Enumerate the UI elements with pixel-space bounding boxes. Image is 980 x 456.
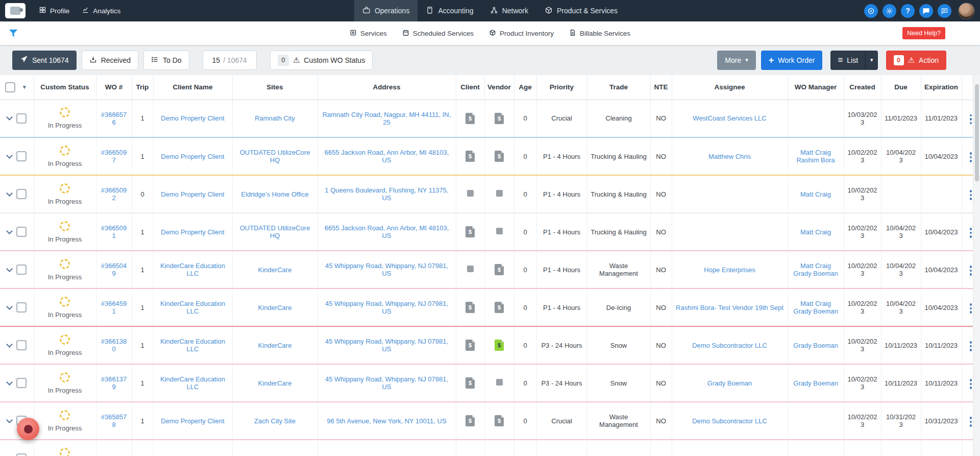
profile-nav-link[interactable]: Profile — [33, 0, 76, 21]
more-dropdown-button[interactable]: More ▾ — [717, 51, 755, 70]
vendor-invoice-icon[interactable]: $ — [495, 302, 504, 313]
address-link[interactable]: 6655 Jackson Road, Ann Arbor, MI 48103, … — [325, 224, 449, 239]
wo-number-link[interactable]: #3661380 — [101, 338, 127, 353]
wo-number-link[interactable]: #3664591 — [101, 300, 127, 315]
address-link[interactable]: Ramnath City Road, Nagpur, MH 44111, IN,… — [323, 111, 451, 126]
row-checkbox[interactable] — [16, 265, 27, 275]
user-avatar[interactable] — [958, 3, 975, 19]
client-name-link[interactable]: Demo Property Client — [161, 417, 224, 425]
add-work-order-button[interactable]: + Work Order — [761, 51, 823, 70]
settings-gear-icon[interactable] — [883, 4, 896, 18]
site-link[interactable]: Eldridge's Home Office — [241, 190, 308, 198]
select-all-caret-icon[interactable]: ▾ — [23, 84, 26, 90]
vendor-invoice-icon[interactable]: $ — [495, 415, 504, 426]
list-view-caret-button[interactable]: ▾ — [865, 51, 878, 70]
address-link[interactable]: 45 Whippany Road, Whippany, NJ 07981, US — [325, 338, 448, 353]
site-link[interactable]: OUTDATED UtilizeCore HQ — [240, 224, 310, 239]
wo-manager-link[interactable]: Matt Craig — [791, 300, 841, 307]
site-link[interactable]: KinderCare — [258, 304, 292, 311]
subnav-product-inventory[interactable]: Product Inventory — [489, 29, 554, 38]
address-link[interactable]: 6655 Jackson Road, Ann Arbor, MI 48103, … — [325, 149, 449, 164]
assignee-link[interactable]: WestCoast Services LLC — [693, 114, 766, 122]
wo-number-link[interactable]: #3665049 — [101, 262, 127, 277]
vendor-invoice-icon[interactable]: $ — [495, 113, 504, 124]
tab-network[interactable]: Network — [482, 0, 536, 21]
need-help-button[interactable]: Need Help? — [902, 27, 945, 39]
scrollbar-thumb[interactable] — [975, 84, 979, 181]
row-expand-chevron-icon[interactable] — [6, 228, 13, 234]
wo-number-link[interactable]: #3665097 — [101, 149, 127, 164]
row-expand-chevron-icon[interactable] — [6, 417, 13, 423]
select-all-checkbox[interactable] — [5, 82, 15, 92]
subnav-services[interactable]: Services — [350, 29, 387, 38]
client-invoice-icon[interactable]: $ — [465, 302, 475, 313]
address-link[interactable]: 1 Queens Boulevard, Flushing, NY 11375, … — [325, 186, 448, 202]
row-checkbox[interactable] — [16, 113, 27, 124]
client-name-link[interactable]: Demo Property Client — [161, 153, 224, 160]
wo-manager-link[interactable]: Matt Craig — [791, 262, 841, 270]
assignee-link[interactable]: Matthew Chris — [708, 153, 751, 160]
client-name-link[interactable]: Demo Property Client — [161, 228, 224, 236]
row-expand-chevron-icon[interactable] — [6, 266, 13, 272]
assignee-link[interactable]: Rashmi Bora- Test Vendor 19th Sept — [676, 304, 783, 311]
action-button[interactable]: 0 ⚠ Action — [886, 51, 946, 70]
tab-operations[interactable]: Operations — [354, 0, 418, 21]
assignee-link[interactable]: Grady Boeman — [707, 379, 752, 387]
address-link[interactable]: 45 Whippany Road, Whippany, NJ 07981, US — [325, 300, 448, 315]
vendor-invoice-icon[interactable]: $ — [495, 151, 504, 162]
assignee-link[interactable]: Hope Enterprises — [704, 266, 755, 274]
todo-filter-button[interactable]: To Do — [143, 51, 189, 70]
wo-manager-link[interactable]: Matt Craig — [791, 149, 841, 156]
client-invoice-icon[interactable]: $ — [465, 340, 475, 351]
row-checkbox[interactable] — [16, 453, 27, 456]
chat-launcher-button[interactable] — [17, 418, 39, 440]
wo-manager-link[interactable]: Grady Boeman — [791, 342, 841, 349]
client-name-link[interactable]: Demo Property Client — [161, 114, 224, 122]
address-link[interactable]: 96 5th Avenue, New York, NY 10011, US — [327, 417, 446, 425]
client-name-link[interactable]: KinderCare Education LLC — [160, 300, 225, 315]
site-link[interactable]: KinderCare — [258, 266, 292, 274]
wo-number-link[interactable]: #3666576 — [101, 111, 127, 126]
row-expand-chevron-icon[interactable] — [6, 341, 13, 348]
site-link[interactable]: OUTDATED UtilizeCore HQ — [240, 149, 310, 164]
client-invoice-icon[interactable]: $ — [465, 151, 475, 162]
row-checkbox[interactable] — [16, 151, 27, 161]
row-expand-chevron-icon[interactable] — [6, 114, 13, 121]
site-link[interactable]: Ramnath City — [255, 114, 295, 122]
vendor-invoice-icon[interactable]: $ — [495, 264, 504, 275]
received-filter-button[interactable]: Received — [82, 51, 138, 70]
assignee-link[interactable]: Demo Subcontractor LLC — [692, 417, 767, 425]
site-link[interactable]: Zach City Site — [254, 417, 296, 425]
wo-manager-link[interactable]: Rashim Bora — [791, 156, 841, 164]
row-expand-chevron-icon[interactable] — [6, 303, 13, 310]
address-link[interactable]: 45 Whippany Road, Whippany, NJ 07981, US — [325, 375, 448, 391]
site-link[interactable]: KinderCare — [258, 379, 292, 387]
client-name-link[interactable]: Demo Property Client — [161, 190, 224, 198]
site-link[interactable]: KinderCare — [258, 342, 292, 349]
subnav-scheduled-services[interactable]: Scheduled Services — [402, 29, 474, 38]
client-name-link[interactable]: KinderCare Education LLC — [160, 375, 225, 391]
wo-number-link[interactable]: #3665091 — [101, 224, 127, 239]
row-expand-chevron-icon[interactable] — [6, 190, 13, 197]
message-icon[interactable] — [938, 4, 951, 18]
wo-manager-link[interactable]: Grady Boeman — [791, 270, 841, 277]
pagination-counter[interactable]: 15 / 10674 — [203, 51, 257, 70]
client-invoice-icon[interactable]: $ — [465, 415, 475, 426]
chat-bubble-icon[interactable] — [919, 4, 933, 18]
analytics-nav-link[interactable]: Analytics — [76, 0, 127, 21]
client-name-link[interactable]: KinderCare Education LLC — [160, 338, 225, 353]
row-checkbox[interactable] — [16, 189, 27, 199]
vendor-invoice-icon[interactable]: $ — [495, 340, 504, 351]
address-link[interactable]: 45 Whippany Road, Whippany, NJ 07981, US — [325, 262, 448, 277]
wo-number-link[interactable]: #3661379 — [101, 375, 127, 391]
row-checkbox[interactable] — [16, 302, 27, 313]
row-checkbox[interactable] — [16, 227, 27, 237]
wo-manager-link[interactable]: Grady Boeman — [791, 307, 841, 315]
wo-number-link[interactable]: #3658578 — [101, 413, 127, 428]
tab-product-services[interactable]: Product & Services — [536, 0, 626, 21]
wo-manager-link[interactable]: Grady Boeman — [791, 379, 841, 387]
row-expand-chevron-icon[interactable] — [6, 379, 13, 386]
client-invoice-icon[interactable]: $ — [465, 226, 475, 237]
row-checkbox[interactable] — [16, 340, 27, 350]
assignee-link[interactable]: Demo Subcontractor LLC — [692, 342, 767, 349]
